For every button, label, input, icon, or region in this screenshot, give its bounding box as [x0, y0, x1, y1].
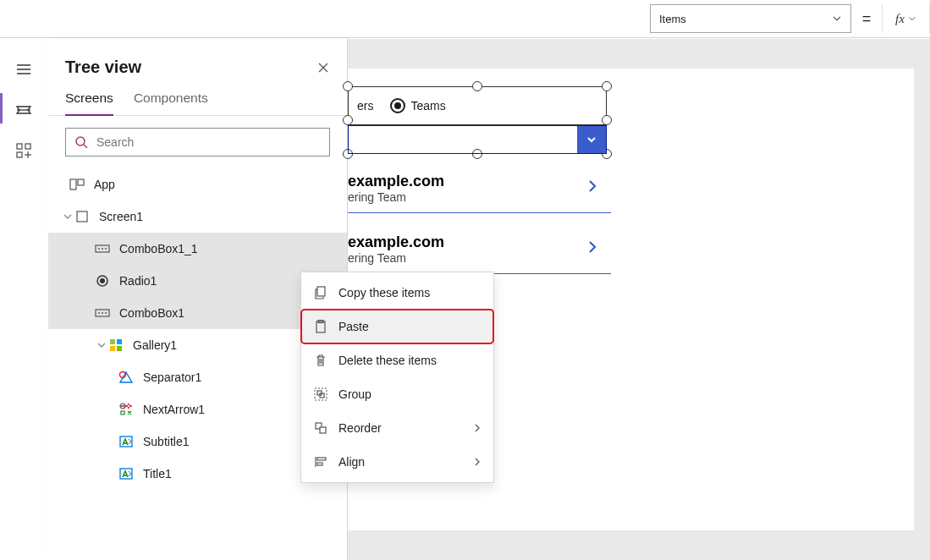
tree-item-screen1[interactable]: Screen1	[48, 200, 347, 233]
tree-tabs: Screens Components	[48, 85, 347, 116]
tree-item-label: Subtitle1	[143, 435, 189, 448]
ctx-label: Paste	[338, 320, 369, 333]
icons-icon	[118, 401, 135, 418]
svg-rect-7	[78, 179, 84, 185]
ctx-copy[interactable]: Copy these items	[301, 276, 493, 310]
search-input[interactable]	[96, 135, 321, 149]
search-icon	[74, 135, 88, 149]
tree-item-label: ComboBox1_1	[119, 242, 198, 255]
tree-view-title: Tree view	[65, 58, 316, 77]
svg-point-18	[105, 312, 107, 314]
svg-rect-1	[25, 144, 30, 149]
list-item-title: example.com	[348, 233, 611, 251]
tree-item-label: Screen1	[99, 210, 143, 223]
tree-item-label: App	[94, 178, 115, 191]
gallery-icon	[107, 337, 124, 354]
tree-item-label: Title1	[143, 467, 172, 480]
ctx-label: Align	[338, 455, 365, 469]
tree-item-label: ComboBox1	[119, 306, 184, 320]
svg-point-16	[98, 312, 100, 314]
svg-rect-19	[110, 339, 115, 344]
combobox-icon	[94, 305, 111, 321]
radio-control[interactable]: ers Teams	[348, 86, 607, 125]
property-selector-label: Items	[659, 13, 686, 25]
chevron-right-icon[interactable]	[584, 178, 601, 195]
chevron-right-icon	[473, 424, 482, 432]
hamburger-icon[interactable]	[14, 59, 34, 80]
svg-rect-21	[110, 346, 115, 351]
group-icon	[313, 387, 328, 402]
list-item-subtitle: ering Team	[348, 190, 611, 204]
tree-view-icon[interactable]	[14, 100, 34, 120]
svg-rect-27	[317, 287, 325, 296]
svg-point-11	[102, 248, 103, 250]
copy-icon	[313, 285, 328, 300]
delete-icon	[313, 353, 328, 368]
screen-icon	[74, 208, 91, 225]
svg-rect-22	[117, 346, 122, 351]
chevron-down-icon	[832, 14, 842, 24]
components-icon[interactable]	[14, 140, 34, 161]
tree-item-label: Gallery1	[133, 338, 177, 352]
tree-item-app[interactable]: App	[48, 168, 347, 200]
tree-item-label: Radio1	[119, 274, 157, 288]
align-icon	[313, 454, 328, 469]
context-menu: Copy these items Paste Delete these item…	[300, 272, 494, 483]
fx-icon: fx	[895, 12, 905, 26]
property-selector[interactable]: Items	[650, 4, 851, 33]
gallery-item[interactable]: example.com ering Team	[348, 166, 611, 220]
svg-rect-35	[317, 458, 326, 460]
chevron-right-icon	[473, 458, 482, 466]
svg-point-14	[100, 278, 105, 283]
ctx-reorder[interactable]: Reorder	[301, 411, 493, 445]
separator-icon	[118, 369, 135, 386]
ctx-label: Reorder	[338, 421, 382, 435]
ctx-align[interactable]: Align	[301, 445, 493, 479]
collapse-icon[interactable]	[96, 341, 107, 349]
svg-rect-30	[315, 388, 327, 400]
label-icon	[118, 433, 135, 450]
tree-item-combobox1-1[interactable]: ComboBox1_1	[48, 233, 347, 265]
ctx-group[interactable]: Group	[301, 377, 493, 411]
svg-point-17	[102, 312, 103, 314]
svg-rect-2	[17, 152, 22, 157]
tree-item-label: NextArrow1	[143, 403, 205, 416]
formula-bar: Items = fx	[619, 0, 930, 37]
tab-components[interactable]: Components	[134, 91, 208, 115]
tab-screens[interactable]: Screens	[65, 91, 113, 116]
tree-search[interactable]	[65, 128, 330, 156]
svg-point-5	[76, 137, 85, 145]
svg-point-12	[105, 248, 107, 250]
ctx-delete[interactable]: Delete these items	[301, 343, 493, 377]
combobox-control[interactable]	[348, 125, 607, 154]
tree-item-label: Separator1	[143, 371, 201, 384]
chevron-right-icon[interactable]	[584, 239, 601, 255]
radio-button-icon[interactable]	[390, 98, 405, 113]
left-rail	[0, 39, 47, 161]
fx-button[interactable]: fx	[882, 4, 929, 33]
svg-point-10	[98, 248, 100, 250]
radio-icon	[94, 272, 111, 289]
svg-rect-8	[77, 211, 87, 222]
list-item-title: example.com	[348, 173, 611, 190]
paste-icon	[313, 319, 328, 334]
reorder-icon	[313, 420, 328, 436]
radio-option-label: ers	[357, 99, 373, 113]
collapse-icon[interactable]	[62, 212, 74, 221]
list-item-subtitle: ering Team	[348, 251, 611, 265]
ctx-label: Group	[338, 387, 371, 401]
close-icon[interactable]	[316, 61, 330, 74]
combobox-chevron-icon[interactable]	[577, 126, 606, 153]
svg-rect-36	[317, 463, 322, 465]
ctx-label: Copy these items	[338, 286, 430, 299]
ctx-label: Delete these items	[338, 354, 437, 367]
radio-option-label: Teams	[410, 99, 445, 113]
label-icon	[118, 465, 135, 482]
svg-rect-20	[117, 339, 122, 344]
equals-sign: =	[851, 10, 882, 28]
svg-rect-0	[17, 144, 22, 149]
combobox-icon	[94, 240, 111, 257]
app-icon	[69, 176, 85, 193]
ctx-paste[interactable]: Paste	[301, 310, 493, 343]
svg-rect-6	[70, 179, 76, 189]
